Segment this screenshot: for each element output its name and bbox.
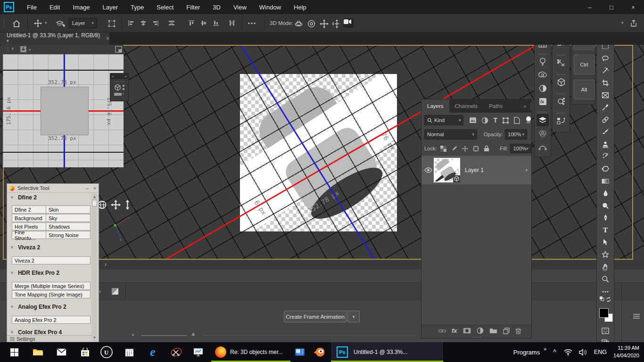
file-explorer-icon[interactable] <box>27 342 48 362</box>
blender-icon[interactable] <box>309 342 330 362</box>
lock-transparent-icon[interactable] <box>440 146 446 152</box>
timeline-gradient-icon[interactable] <box>111 288 119 295</box>
dfine2-button[interactable]: Dfine 2 <box>12 206 46 214</box>
tab-paths[interactable]: Paths <box>483 99 508 113</box>
align-top-icon[interactable] <box>188 19 196 28</box>
panel-resize-grip[interactable] <box>421 336 531 338</box>
new-layer-icon[interactable] <box>503 328 510 334</box>
foreground-background-swatches[interactable] <box>599 307 613 322</box>
performance-app-icon[interactable] <box>188 342 208 362</box>
window-minimize-button[interactable]: – <box>579 0 601 14</box>
dodge-tool[interactable] <box>598 199 613 212</box>
selective-minimize-icon[interactable]: – <box>83 185 91 191</box>
ctrl-key-button[interactable]: Ctrl <box>574 55 594 74</box>
alt-key-button[interactable]: Alt <box>574 80 594 99</box>
brush-tool[interactable] <box>598 126 613 138</box>
align-bottom-icon[interactable] <box>212 19 221 28</box>
lasso-tool[interactable] <box>598 52 613 65</box>
document-tab-close-icon[interactable]: × <box>106 35 109 42</box>
create-frame-animation-button[interactable]: Create Frame Animation <box>284 311 347 322</box>
home-icon[interactable] <box>12 19 21 28</box>
menu-filter[interactable]: Filter <box>186 4 200 11</box>
new-group-icon[interactable] <box>489 328 497 334</box>
learn-panel-icon[interactable] <box>535 55 551 68</box>
default-swap-colors-icons[interactable] <box>598 296 613 303</box>
language-indicator[interactable]: ENG <box>594 349 607 355</box>
scroll-down-icon[interactable]: ▼ <box>91 335 98 340</box>
paths-panel-icon[interactable] <box>535 140 551 154</box>
section-color-efex[interactable]: ▼Color Efex Pro 4 <box>10 329 62 336</box>
blend-mode-dropdown[interactable]: Normal▾ <box>424 129 477 140</box>
menu-layer[interactable]: Layer <box>103 4 118 11</box>
merge-button[interactable]: Merge (Multiple Image Series) <box>12 282 91 290</box>
align-left-icon[interactable] <box>127 19 136 28</box>
eraser-tool[interactable] <box>598 163 613 175</box>
section-hdr-efex[interactable]: ▼HDR Efex Pro 2 <box>10 270 59 276</box>
align-center-h-icon[interactable] <box>140 19 148 28</box>
filter-type-layers-icon[interactable]: T <box>493 116 497 124</box>
strong-noise-button[interactable]: Strong Noise <box>46 231 91 239</box>
analog-efex-button[interactable]: Analog Efex Pro 2 <box>12 316 91 324</box>
menu-type[interactable]: Type <box>131 4 144 11</box>
filter-toggle-icon[interactable] <box>526 116 531 124</box>
layer-style-fx-icon[interactable]: fx <box>452 327 457 334</box>
pen-tool[interactable] <box>598 212 613 224</box>
programs-toolbar-label[interactable]: Programs <box>513 349 540 356</box>
scroll-thumb[interactable] <box>92 200 97 206</box>
document-canvas[interactable]: 352.78 px 76 px 6 px <box>240 74 397 231</box>
link-layers-icon[interactable] <box>438 329 446 333</box>
align-middle-v-icon[interactable] <box>200 19 208 28</box>
distribute-h-icon[interactable] <box>168 19 176 28</box>
tone-mapping-button[interactable]: Tone Mapping (Single Image) <box>12 290 91 298</box>
timeline-zoom-in-icon[interactable]: ▲ <box>190 330 196 337</box>
menu-file[interactable]: File <box>27 4 37 11</box>
fine-structure-button[interactable]: Fine Structu... <box>12 231 46 239</box>
zoom-tool[interactable] <box>598 273 613 285</box>
healing-brush-tool[interactable] <box>598 114 613 126</box>
mini-expand-icon[interactable]: » <box>112 74 114 79</box>
view-select-icon[interactable] <box>20 46 27 53</box>
path-selection-tool[interactable] <box>598 236 613 248</box>
more-align-options[interactable]: ••• <box>248 20 256 26</box>
move-tool-icon[interactable] <box>34 19 42 28</box>
window-maximize-button[interactable]: □ <box>601 0 622 14</box>
shadows-button[interactable]: Shadows <box>46 222 91 230</box>
align-right-icon[interactable] <box>152 19 160 28</box>
new-adjustment-layer-icon[interactable] <box>477 327 484 334</box>
volume-icon[interactable] <box>579 349 587 356</box>
filter-pixel-layers-icon[interactable] <box>469 117 477 123</box>
tab-channels[interactable]: Channels <box>449 99 484 113</box>
view-select-chevron[interactable]: ▾ <box>29 48 31 52</box>
crop-tool[interactable] <box>598 77 613 89</box>
menu-edit[interactable]: Edit <box>50 4 60 11</box>
adjustments-panel-icon[interactable] <box>535 82 551 95</box>
foreground-color-swatch[interactable] <box>599 308 609 318</box>
3d-axis-widget[interactable] <box>111 213 132 243</box>
timeline-zoom-out-icon[interactable]: ▲ <box>131 332 135 337</box>
layers-panel-icon[interactable] <box>537 114 549 126</box>
timeline-prev-icon[interactable]: ‹ <box>99 288 101 295</box>
layer-name[interactable]: Layer 1 <box>465 167 484 173</box>
calendar-icon[interactable] <box>119 342 140 362</box>
styles-panel-icon[interactable]: fx <box>535 95 551 108</box>
show-hidden-icons-chevron[interactable]: ^ <box>553 348 556 356</box>
workspace-chevron[interactable]: ▾ <box>621 20 624 25</box>
filter-smart-objects-icon[interactable] <box>514 117 520 124</box>
shape-tool[interactable] <box>598 248 613 261</box>
selective-settings-row[interactable]: Settings <box>7 335 92 342</box>
section-analog-efex[interactable]: ▼Analog Efex Pro 2 <box>10 304 66 310</box>
delete-layer-icon[interactable] <box>515 328 521 334</box>
microsoft-store-icon[interactable] <box>74 342 95 362</box>
unreal-engine-icon[interactable]: U <box>96 342 117 362</box>
move-tool-chevron[interactable]: ▾ <box>45 20 47 25</box>
eyedropper-tool[interactable] <box>598 101 613 114</box>
section-viveza2[interactable]: ▼Viveza 2 <box>10 244 40 251</box>
view-cube-icon[interactable] <box>110 84 128 91</box>
options-grip[interactable] <box>3 18 6 26</box>
taskbar-clock[interactable]: 11:39 AM 14/04/2020 <box>613 345 639 360</box>
scroll-up-icon[interactable]: ▲ <box>91 194 98 199</box>
create-animation-dropdown[interactable]: ▾ <box>347 311 360 322</box>
layer-expand-chevron[interactable]: ▾ <box>525 168 528 173</box>
selective-scrollbar[interactable]: ▲ ▼ <box>91 193 98 342</box>
3d-camera-icon[interactable] <box>343 18 354 28</box>
